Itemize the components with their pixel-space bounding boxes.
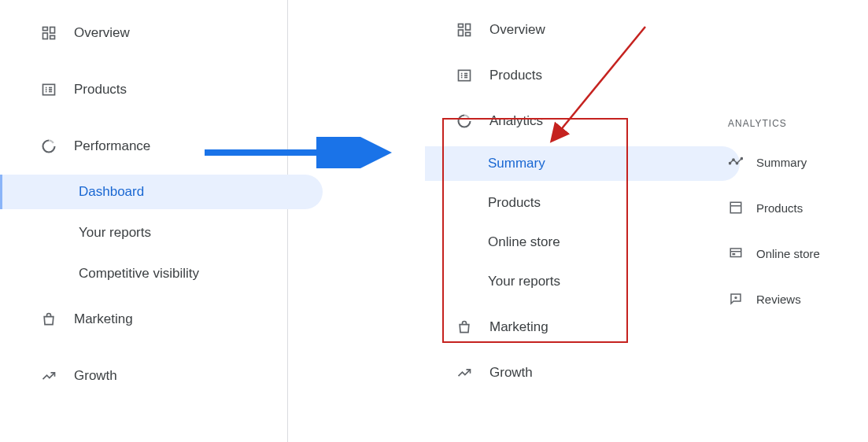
nav-dashboard[interactable]: Dashboard [0, 175, 323, 209]
svg-rect-26 [730, 202, 741, 213]
svg-point-22 [729, 162, 730, 164]
donut-icon [41, 138, 57, 154]
nav-label: Products [756, 201, 803, 215]
svg-point-23 [733, 159, 734, 160]
nav-label: Online store [488, 234, 560, 250]
nav-growth[interactable]: Growth [0, 359, 285, 393]
list-icon [41, 82, 57, 98]
dashboard-icon [456, 22, 472, 38]
nav-label: Growth [74, 368, 117, 384]
box-icon [728, 201, 744, 215]
bag-icon [456, 319, 472, 335]
svg-rect-30 [733, 253, 736, 255]
nav-competitive-visibility[interactable]: Competitive visibility [0, 256, 323, 291]
svg-rect-2 [50, 28, 55, 34]
nav-label: Performance [74, 138, 150, 154]
nav-label: Summary [756, 156, 807, 169]
nav-label: Competitive visibility [79, 266, 199, 282]
nav-label: Growth [489, 365, 533, 381]
nav-label: Your reports [79, 225, 151, 241]
svg-rect-28 [730, 249, 741, 257]
nav-your-reports[interactable]: Your reports [425, 264, 740, 299]
svg-rect-1 [43, 33, 48, 39]
nav-label: Marketing [489, 319, 549, 335]
svg-point-25 [741, 157, 742, 159]
nav-growth[interactable]: Growth [425, 355, 693, 390]
nav-label: Products [488, 195, 541, 211]
nav-label: Dashboard [79, 184, 144, 200]
nav-label: Reviews [756, 293, 801, 306]
star-comment-icon [728, 292, 744, 306]
nav-products[interactable]: Products [0, 72, 285, 107]
nav-label: Online store [756, 247, 820, 260]
svg-rect-0 [43, 28, 48, 31]
nav-label: Summary [488, 156, 545, 171]
growth-icon [41, 368, 57, 384]
nav-products-sub[interactable]: Products [425, 186, 740, 220]
middle-nav: Overview Products Analytics Summary Prod… [425, 0, 740, 390]
nav-label: Overview [489, 22, 545, 38]
nav-online-store[interactable]: Online store [425, 225, 740, 260]
bag-icon [41, 311, 57, 327]
svg-point-24 [736, 162, 737, 164]
analytics-header: ANALYTICS [728, 118, 868, 129]
nav-summary[interactable]: Summary [728, 146, 868, 178]
nav-label: Products [489, 68, 542, 83]
nav-overview[interactable]: Overview [0, 16, 285, 50]
nav-label: Analytics [489, 113, 543, 129]
svg-rect-3 [50, 35, 55, 39]
nav-reviews[interactable]: Reviews [728, 283, 868, 315]
nav-overview[interactable]: Overview [425, 13, 693, 47]
nav-analytics[interactable]: Analytics [425, 104, 693, 138]
svg-rect-13 [466, 24, 471, 31]
nav-your-reports[interactable]: Your reports [0, 215, 323, 250]
timeline-icon [728, 155, 744, 169]
nav-label: Overview [74, 25, 130, 41]
nav-marketing[interactable]: Marketing [425, 310, 693, 344]
svg-rect-12 [459, 30, 464, 36]
svg-rect-14 [466, 32, 471, 35]
left-nav: Overview Products Performance Dashboard … [0, 0, 323, 393]
nav-label: Your reports [488, 274, 560, 289]
nav-products[interactable]: Products [728, 192, 868, 223]
nav-performance[interactable]: Performance [0, 129, 285, 164]
right-nav: ANALYTICS Summary Products Online store … [728, 118, 868, 315]
nav-products[interactable]: Products [425, 58, 693, 93]
nav-summary[interactable]: Summary [425, 146, 740, 181]
svg-rect-11 [459, 24, 464, 28]
growth-icon [456, 365, 472, 381]
donut-icon [456, 113, 472, 129]
dashboard-icon [41, 25, 57, 41]
list-icon [456, 68, 472, 83]
nav-label: Marketing [74, 311, 133, 327]
nav-marketing[interactable]: Marketing [0, 302, 285, 337]
nav-label: Products [74, 82, 127, 98]
nav-online-store[interactable]: Online store [728, 238, 868, 269]
web-icon [728, 246, 744, 260]
